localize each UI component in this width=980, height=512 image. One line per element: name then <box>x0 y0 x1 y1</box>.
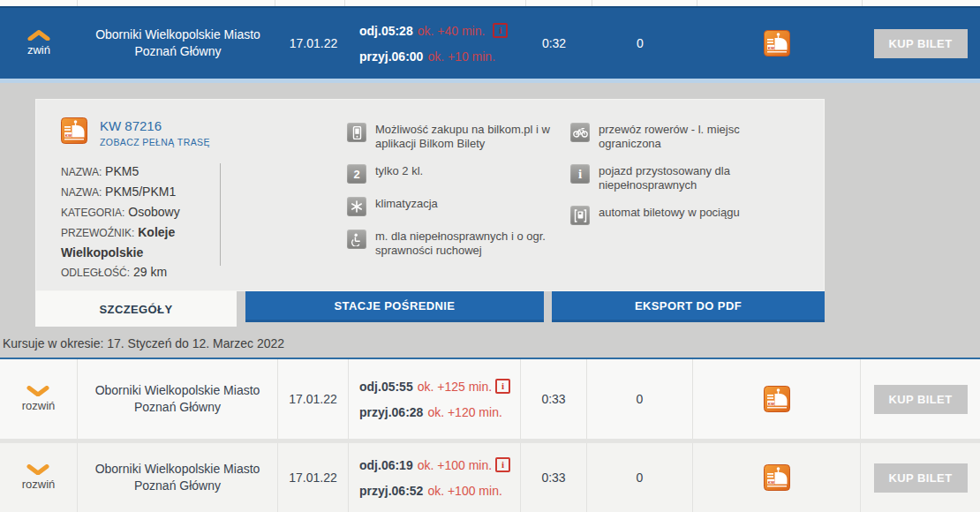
duration: 0:33 <box>541 392 565 406</box>
travel-date: 17.01.22 <box>289 471 337 485</box>
carrier-kw-logo-icon: KW <box>764 386 790 412</box>
carrier-kw-logo-icon: KW <box>764 30 790 56</box>
divider <box>697 0 863 6</box>
buy-ticket-button[interactable]: KUP BILET <box>874 463 968 493</box>
connection-row[interactable]: rozwiń Oborniki Wielkopolskie Miasto Poz… <box>0 443 980 512</box>
connection-row[interactable]: rozwiń Oborniki Wielkopolskie Miasto Poz… <box>0 359 980 439</box>
to-station: Poznań Główny <box>95 478 260 494</box>
amenity-item: przewóz rowerów - l. miejsc ograniczona <box>570 123 795 151</box>
attr-label: NAZWA: <box>61 186 102 199</box>
departure-time: odj.05:55 <box>359 380 413 394</box>
amenities-column-right: przewóz rowerów - l. miejsc ograniczona … <box>570 123 795 225</box>
arrival-delay: ok. +10 min. <box>427 49 495 64</box>
chevron-down-icon <box>26 464 49 475</box>
attr-label: PRZEWOŹNIK: <box>61 227 134 239</box>
divider <box>275 0 346 6</box>
departure-line: odj.05:55 ok. +125 min. <box>359 379 510 394</box>
class-2-icon: 2 <box>347 164 366 184</box>
arrival-time: przyj.06:52 <box>359 484 423 498</box>
changes-count: 0 <box>637 471 644 485</box>
connection-row-expanded[interactable]: zwiń Oborniki Wielkopolskie Miasto Pozna… <box>0 6 980 81</box>
amenity-item: m. dla niepełnosprawnych i o ogr. sprawn… <box>347 230 566 258</box>
vertical-divider <box>220 163 221 266</box>
delay-info-icon[interactable] <box>493 23 508 38</box>
full-route-link[interactable]: ZOBACZ PEŁNĄ TRASĘ <box>100 137 210 147</box>
ticket-machine-icon <box>570 206 590 225</box>
service-period-note: Kursuje w okresie: 17. Styczeń do 12. Ma… <box>3 336 284 350</box>
tab-szczegoly[interactable]: SZCZEGÓŁY <box>35 291 237 327</box>
expand-control[interactable]: rozwiń <box>22 386 56 412</box>
duration: 0:32 <box>542 36 566 50</box>
svg-text:KW: KW <box>767 480 774 485</box>
tab-stacje-posrednie[interactable]: STACJE POŚREDNIE <box>245 291 544 322</box>
train-attributes: NAZWA: PKM5 NAZWA: PKM5/PKM1 KATEGORIA: … <box>61 162 222 282</box>
amenity-item: automat biletowy w pociągu <box>570 206 795 225</box>
attr-label: KATEGORIA: <box>61 207 124 219</box>
departure-delay: ok. +125 min. <box>418 380 492 394</box>
expand-control[interactable]: rozwiń <box>22 464 56 491</box>
from-station: Oborniki Wielkopolskie Miasto <box>95 461 260 478</box>
attr-value: Osobowy <box>128 205 179 219</box>
divider <box>592 0 697 6</box>
attr-label: ODLEGŁOŚĆ: <box>61 267 130 279</box>
duration: 0:33 <box>541 471 565 485</box>
train-info-card: KW KW 87216 ZOBACZ PEŁNĄ TRASĘ NAZWA: PK… <box>35 99 825 291</box>
attr-value: PKM5/PKM1 <box>105 184 176 199</box>
attr-value: 29 km <box>133 265 167 279</box>
divider <box>526 0 592 6</box>
expand-label: rozwiń <box>22 478 56 491</box>
timetable-results-page: zwiń Oborniki Wielkopolskie Miasto Pozna… <box>0 0 980 512</box>
train-number-link[interactable]: KW 87216 <box>100 118 210 133</box>
arrival-time: przyj.06:28 <box>359 405 423 419</box>
delay-info-icon[interactable] <box>495 457 510 472</box>
departure-time: odj.05:28 <box>359 24 413 38</box>
amenities-column-left: Możliwość zakupu na bilkom.pl i w aplika… <box>347 123 566 258</box>
relation-stations: Oborniki Wielkopolskie Miasto Poznań Głó… <box>95 26 260 60</box>
amenity-item: klimatyzacja <box>347 197 566 216</box>
from-station: Oborniki Wielkopolskie Miasto <box>95 382 260 399</box>
buy-ticket-button[interactable]: KUP BILET <box>874 29 968 58</box>
delay-info-icon[interactable] <box>495 379 510 394</box>
divider <box>78 0 275 6</box>
wheelchair-icon <box>347 230 366 249</box>
carrier-kw-logo-icon: KW <box>764 464 790 491</box>
info-icon: i <box>570 164 590 184</box>
carrier-kw-logo-icon: KW <box>61 117 87 144</box>
collapse-label: zwiń <box>27 43 50 56</box>
arrival-line: przyj.06:28 ok. +120 min. <box>359 405 510 419</box>
amenity-item: i pojazd przystosowany dla niepełnospraw… <box>570 164 795 192</box>
snowflake-icon <box>347 197 366 216</box>
relation-stations: Oborniki Wielkopolskie Miasto Poznań Głó… <box>95 382 260 416</box>
attr-label: NAZWA: <box>61 166 102 178</box>
departure-line: odj.06:19 ok. +100 min. <box>359 457 510 472</box>
travel-date: 17.01.22 <box>290 36 338 50</box>
to-station: Poznań Główny <box>95 399 260 416</box>
travel-date: 17.01.22 <box>289 392 337 406</box>
departure-line: odj.05:28 ok. +40 min. <box>359 23 508 38</box>
to-station: Poznań Główny <box>95 43 260 60</box>
departure-delay: ok. +40 min. <box>418 24 486 38</box>
arrival-line: przyj.06:52 ok. +100 min. <box>359 484 510 498</box>
attr-value: PKM5 <box>105 164 139 178</box>
divider <box>0 0 78 6</box>
relation-stations: Oborniki Wielkopolskie Miasto Poznań Głó… <box>95 461 260 494</box>
tab-eksport-do-pdf[interactable]: EKSPORT DO PDF <box>552 291 825 322</box>
svg-text:KW: KW <box>767 402 774 406</box>
chevron-down-icon <box>26 386 49 396</box>
buy-ticket-button[interactable]: KUP BILET <box>874 385 968 414</box>
changes-count: 0 <box>637 36 644 50</box>
chevron-up-icon <box>27 30 50 41</box>
changes-count: 0 <box>637 392 644 406</box>
svg-text:KW: KW <box>65 133 72 138</box>
amenity-item: 2 tylko 2 kl. <box>347 164 566 184</box>
expand-label: rozwiń <box>22 399 56 412</box>
mobile-phone-icon <box>347 123 366 142</box>
bicycle-icon <box>570 123 590 142</box>
departure-time: odj.06:19 <box>359 458 413 472</box>
departure-delay: ok. +100 min. <box>418 458 492 472</box>
divider <box>345 0 526 6</box>
arrival-time: przyj.06:00 <box>359 49 423 64</box>
amenity-item: Możliwość zakupu na bilkom.pl i w aplika… <box>347 123 566 151</box>
from-station: Oborniki Wielkopolskie Miasto <box>95 26 260 43</box>
collapse-control[interactable]: zwiń <box>27 30 50 56</box>
